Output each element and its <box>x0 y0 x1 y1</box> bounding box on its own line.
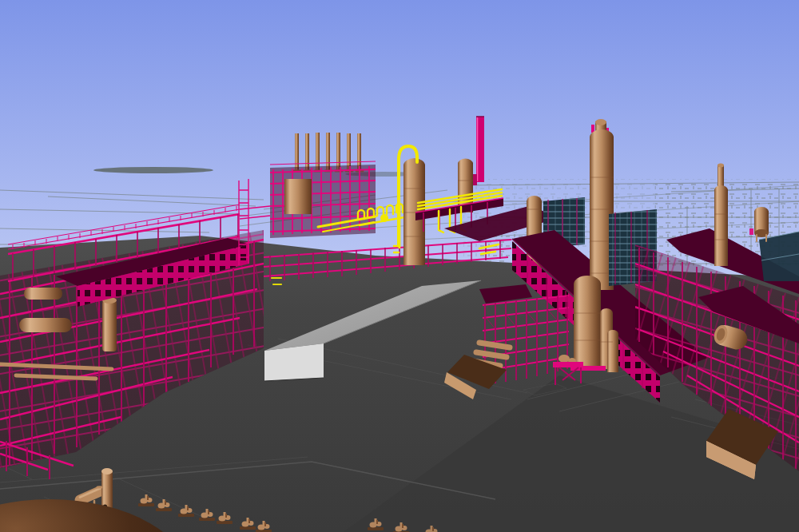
plant-3d-scene[interactable] <box>0 0 799 532</box>
model-viewport-3d[interactable] <box>0 0 799 532</box>
slate-roofs <box>759 232 799 281</box>
heater-body <box>284 179 312 214</box>
